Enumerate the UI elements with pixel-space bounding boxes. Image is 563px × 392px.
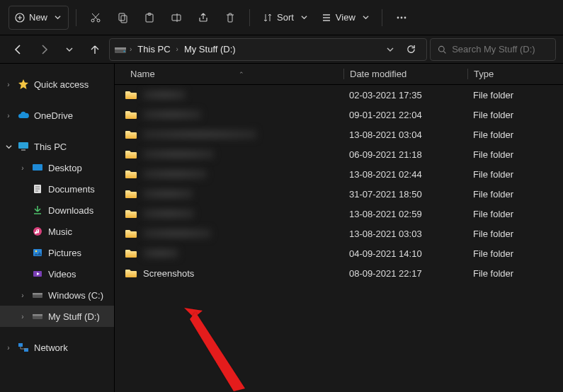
- tree-onedrive[interactable]: › OneDrive: [0, 105, 114, 126]
- column-label: Date modified: [350, 69, 406, 79]
- breadcrumb-label: My Stuff (D:): [184, 44, 236, 54]
- share-icon: [198, 12, 209, 23]
- delete-button[interactable]: [218, 6, 242, 30]
- star-icon: [17, 79, 30, 90]
- up-button[interactable]: [84, 38, 106, 61]
- tree-pictures[interactable]: Pictures: [0, 242, 114, 263]
- svg-rect-17: [33, 164, 42, 171]
- back-button[interactable]: [7, 38, 30, 61]
- arrow-right-icon: [38, 44, 50, 55]
- view-icon: [322, 13, 331, 23]
- more-icon: [395, 12, 408, 23]
- search-input[interactable]: [452, 44, 548, 54]
- tree-downloads[interactable]: Downloads: [0, 200, 114, 221]
- new-button[interactable]: New: [8, 6, 69, 30]
- navigation-pane: › Quick access › OneDrive This PC › Desk…: [0, 64, 115, 392]
- tree-videos[interactable]: Videos: [0, 263, 114, 284]
- file-row[interactable]: 09-01-2021 22:04File folder: [115, 105, 563, 125]
- svg-point-10: [404, 16, 406, 18]
- column-label: Name: [130, 69, 155, 79]
- file-type: File folder: [467, 229, 563, 239]
- rename-button[interactable]: [164, 6, 188, 30]
- delete-icon: [224, 12, 236, 23]
- tree-network[interactable]: › Network: [0, 337, 114, 358]
- chevron-right-icon: ›: [18, 292, 27, 299]
- folder-icon: [125, 229, 137, 238]
- file-row[interactable]: 13-08-2021 03:04File folder: [115, 125, 563, 144]
- file-date: 31-07-2021 18:50: [343, 189, 467, 200]
- file-row[interactable]: 06-09-2021 21:18File folder: [115, 144, 563, 164]
- tree-label: Network: [34, 342, 68, 353]
- chevron-down-icon[interactable]: [387, 46, 394, 53]
- main-area: › Quick access › OneDrive This PC › Desk…: [0, 64, 563, 392]
- file-name-redacted: [143, 229, 211, 238]
- desktop-icon: [31, 163, 44, 172]
- breadcrumb[interactable]: › This PC › My Stuff (D:): [109, 38, 427, 61]
- sort-button[interactable]: Sort: [257, 6, 313, 30]
- chevron-down-icon: [363, 14, 369, 21]
- view-label: View: [336, 12, 356, 23]
- copy-button[interactable]: [110, 6, 135, 30]
- tree-quick-access[interactable]: › Quick access: [0, 74, 114, 95]
- chevron-down-icon: [66, 46, 73, 53]
- file-row[interactable]: 13-08-2021 02:44File folder: [115, 164, 563, 184]
- tree-label: Desktop: [48, 163, 82, 173]
- tree-my-stuff-d[interactable]: › My Stuff (D:): [0, 306, 114, 327]
- chevron-right-icon: ›: [4, 81, 13, 88]
- tree-music[interactable]: Music: [0, 221, 114, 242]
- rename-icon: [171, 12, 182, 23]
- file-row[interactable]: Screenshots08-09-2021 22:17File folder: [115, 263, 563, 283]
- tree-label: OneDrive: [34, 110, 73, 121]
- file-row[interactable]: 02-03-2021 17:35File folder: [115, 85, 563, 105]
- file-date: 13-08-2021 02:59: [343, 209, 467, 219]
- chevron-down-icon: [55, 14, 61, 21]
- file-row[interactable]: 31-07-2021 18:50File folder: [115, 184, 563, 204]
- forward-button[interactable]: [33, 38, 55, 61]
- svg-rect-16: [21, 149, 25, 151]
- folder-icon: [125, 129, 137, 139]
- column-header-type[interactable]: Type: [467, 69, 563, 79]
- arrow-up-icon: [89, 44, 101, 55]
- file-type: File folder: [467, 189, 563, 200]
- chevron-right-icon: ›: [176, 45, 178, 53]
- toolbar: New Sort View: [0, 0, 563, 35]
- svg-rect-26: [33, 314, 42, 316]
- file-row[interactable]: 13-08-2021 02:59File folder: [115, 204, 563, 224]
- file-type: File folder: [467, 248, 563, 259]
- refresh-icon: [406, 44, 416, 54]
- separator: [382, 9, 382, 26]
- paste-button[interactable]: [137, 6, 161, 30]
- file-type: File folder: [467, 90, 563, 100]
- chevron-down-icon: [4, 144, 13, 150]
- tree-documents[interactable]: Documents: [0, 178, 114, 200]
- folder-icon: [125, 149, 137, 159]
- svg-rect-4: [121, 16, 127, 23]
- column-header-name[interactable]: Name ⌃: [115, 69, 343, 79]
- svg-point-14: [439, 46, 445, 52]
- svg-point-8: [397, 16, 399, 18]
- view-button[interactable]: View: [316, 6, 375, 30]
- file-name-redacted: [143, 248, 178, 258]
- share-button[interactable]: [191, 6, 215, 30]
- tree-this-pc[interactable]: This PC: [0, 136, 114, 157]
- drive-icon: [31, 291, 44, 299]
- file-row[interactable]: 13-08-2021 03:03File folder: [115, 224, 563, 243]
- file-date: 13-08-2021 03:03: [343, 229, 467, 239]
- file-name-redacted: [143, 169, 207, 179]
- file-row[interactable]: 04-09-2021 14:10File folder: [115, 243, 563, 263]
- breadcrumb-current[interactable]: My Stuff (D:): [181, 39, 239, 60]
- breadcrumb-this-pc[interactable]: This PC: [135, 39, 173, 60]
- cut-button[interactable]: [84, 6, 108, 30]
- folder-icon: [125, 209, 137, 219]
- more-button[interactable]: [389, 6, 414, 30]
- search-box[interactable]: [430, 38, 556, 61]
- tree-label: Music: [48, 226, 72, 237]
- tree-desktop[interactable]: › Desktop: [0, 157, 114, 178]
- file-name-redacted: [143, 129, 256, 139]
- refresh-button[interactable]: [399, 38, 422, 61]
- history-button[interactable]: [58, 38, 81, 61]
- file-date: 09-01-2021 22:04: [343, 110, 467, 120]
- column-header-date[interactable]: Date modified: [343, 69, 467, 79]
- chevron-right-icon: ›: [130, 45, 132, 53]
- tree-windows-c[interactable]: › Windows (C:): [0, 284, 114, 306]
